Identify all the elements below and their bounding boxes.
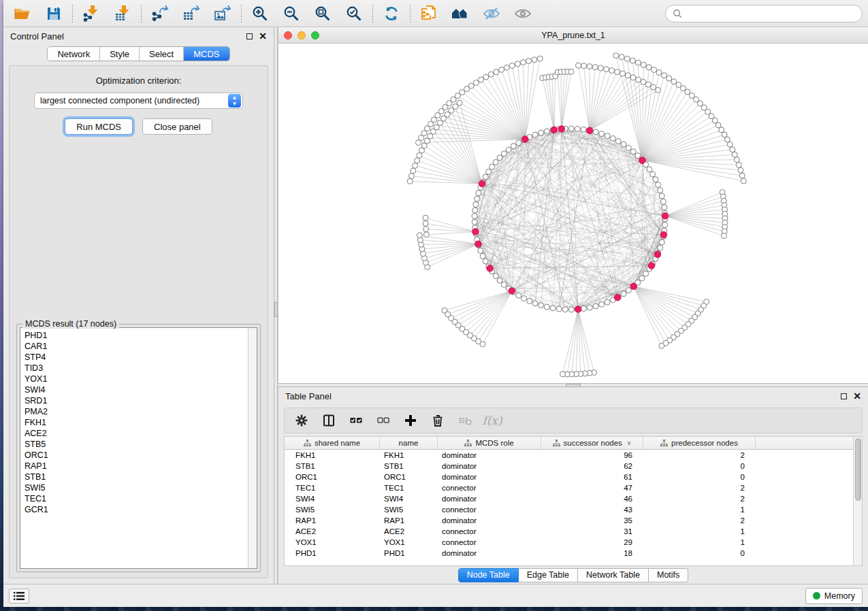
leaf-node[interactable] (635, 60, 641, 65)
leaf-node[interactable] (423, 227, 429, 232)
leaf-node[interactable] (479, 77, 484, 82)
mcds-hub-node[interactable] (614, 294, 621, 301)
mcds-result-item[interactable]: FKH1 (25, 417, 248, 428)
close-panel-icon[interactable]: ✕ (259, 31, 267, 41)
mcds-hub-node[interactable] (479, 180, 485, 187)
leaf-node[interactable] (494, 69, 499, 75)
leaf-node[interactable] (652, 67, 657, 73)
network-node[interactable] (647, 167, 652, 172)
leaf-node[interactable] (609, 68, 615, 73)
horizontal-splitter[interactable] (278, 383, 868, 387)
import-table-button[interactable] (109, 3, 136, 24)
cell-shared-name[interactable]: FKH1 (285, 451, 380, 459)
cell-MCDS-role[interactable]: connector (438, 506, 541, 514)
network-node[interactable] (489, 164, 495, 169)
tab-mcds[interactable]: MCDS (184, 47, 229, 61)
network-node[interactable] (483, 174, 488, 180)
mcds-result-item[interactable]: CAR1 (25, 341, 248, 352)
leaf-node[interactable] (656, 87, 661, 93)
network-node[interactable] (575, 126, 580, 131)
cell-successor-nodes[interactable]: 18 (541, 549, 643, 557)
leaf-node[interactable] (620, 71, 626, 76)
show-all-button[interactable] (509, 3, 536, 24)
network-node[interactable] (521, 296, 527, 301)
cell-name[interactable]: SWI5 (380, 506, 438, 514)
leaf-node[interactable] (689, 93, 694, 99)
leaf-node[interactable] (407, 178, 413, 184)
mcds-hub-node[interactable] (660, 231, 667, 238)
leaf-node[interactable] (741, 178, 746, 184)
refresh-button[interactable] (378, 3, 405, 24)
cell-predecessor-nodes[interactable]: 1 (643, 527, 756, 535)
mcds-hub-node[interactable] (475, 241, 482, 248)
network-node[interactable] (659, 193, 664, 199)
mcds-result-item[interactable]: STP4 (25, 352, 248, 363)
cell-MCDS-role[interactable]: dominator (438, 462, 541, 470)
leaf-node[interactable] (417, 153, 422, 159)
leaf-node[interactable] (680, 86, 686, 91)
cell-predecessor-nodes[interactable]: 2 (643, 451, 756, 459)
mcds-result-item[interactable]: STB5 (25, 439, 248, 450)
cell-shared-name[interactable]: RAP1 (285, 516, 380, 525)
network-node[interactable] (621, 142, 626, 147)
leaf-node[interactable] (736, 163, 741, 168)
run-mcds-button[interactable]: Run MCDS (65, 118, 133, 135)
table-row[interactable]: ORC1ORC1dominator610 (285, 472, 853, 482)
cell-predecessor-nodes[interactable]: 1 (643, 506, 756, 514)
table-row[interactable]: FKH1FKH1dominator962 (285, 450, 853, 461)
mcds-hub-node[interactable] (639, 157, 646, 164)
network-node[interactable] (581, 127, 586, 132)
cell-predecessor-nodes[interactable]: 2 (643, 516, 756, 525)
mcds-hub-node[interactable] (558, 126, 565, 133)
tab-style[interactable]: Style (100, 47, 140, 61)
network-node[interactable] (539, 303, 544, 308)
leaf-node[interactable] (488, 71, 494, 77)
mcds-result-item[interactable]: SRD1 (25, 395, 248, 406)
table-scrollbar[interactable] (853, 437, 862, 565)
network-node[interactable] (550, 306, 556, 311)
import-network-button[interactable] (78, 3, 105, 24)
network-node[interactable] (516, 140, 521, 146)
save-session-button[interactable] (40, 3, 67, 24)
zoom-selected-button[interactable] (340, 3, 368, 24)
vertical-splitter[interactable] (274, 27, 278, 584)
deselect-all-checkboxes-button[interactable] (374, 412, 392, 429)
column-header-name[interactable]: name (380, 437, 438, 449)
cell-MCDS-role[interactable]: dominator (438, 495, 541, 503)
cell-MCDS-role[interactable]: connector (438, 538, 541, 546)
leaf-node[interactable] (581, 63, 587, 69)
table-row[interactable]: PHD1PHD1dominator180 (285, 548, 853, 559)
network-node[interactable] (532, 132, 538, 137)
leaf-node[interactable] (630, 75, 636, 80)
network-node[interactable] (587, 305, 592, 310)
network-graph[interactable] (278, 44, 868, 383)
cell-shared-name[interactable]: STB1 (285, 462, 380, 470)
leaf-node[interactable] (587, 64, 592, 69)
table-row[interactable]: STB1STB1dominator620 (285, 461, 853, 472)
cell-name[interactable]: PHD1 (380, 549, 438, 557)
network-node[interactable] (506, 147, 511, 152)
mcds-result-item[interactable]: SWI4 (25, 384, 248, 395)
mcds-list-scrollbar[interactable] (248, 328, 257, 568)
cell-shared-name[interactable]: SWI5 (285, 506, 380, 514)
zoom-fit-button[interactable] (309, 3, 336, 24)
network-node[interactable] (476, 191, 481, 196)
tab-node-table[interactable]: Node Table (458, 568, 519, 582)
table-row[interactable]: SWI5SWI5connector431 (285, 504, 853, 515)
network-node[interactable] (610, 135, 615, 141)
network-node[interactable] (532, 301, 538, 306)
leaf-node[interactable] (727, 142, 733, 147)
add-column-button[interactable] (402, 412, 419, 429)
mcds-hub-node[interactable] (575, 306, 581, 313)
node-table-grid[interactable]: shared namenameMCDS rolesuccessor nodes∨… (285, 437, 853, 565)
leaf-node[interactable] (615, 69, 620, 75)
cell-MCDS-role[interactable]: dominator (438, 549, 541, 557)
mcds-hub-node[interactable] (487, 265, 494, 272)
network-node[interactable] (472, 214, 477, 219)
duplicate-network-button[interactable] (415, 3, 443, 24)
leaf-node[interactable] (442, 308, 447, 313)
cell-successor-nodes[interactable]: 46 (541, 495, 643, 503)
task-history-button[interactable] (9, 589, 29, 604)
leaf-node[interactable] (532, 57, 537, 63)
network-node[interactable] (660, 199, 666, 204)
